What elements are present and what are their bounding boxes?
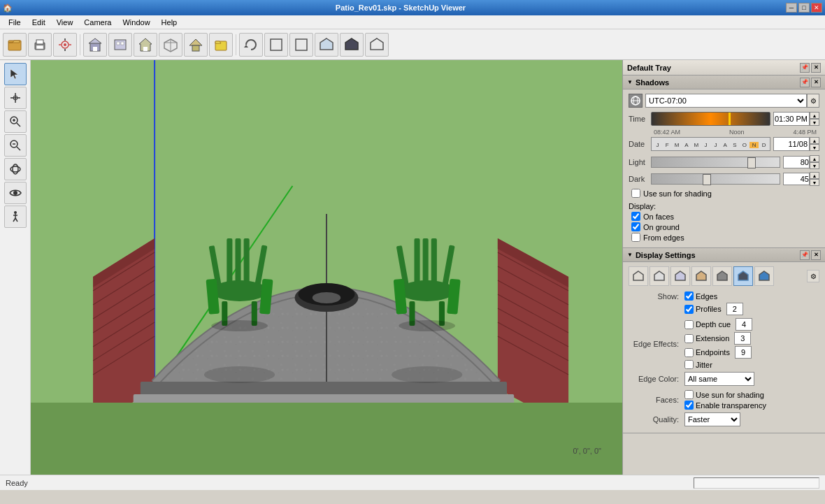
- walk-tool-button[interactable]: [4, 206, 27, 228]
- roof-button[interactable]: [184, 33, 208, 57]
- iso-button[interactable]: [159, 33, 182, 57]
- folder-button[interactable]: [209, 33, 233, 57]
- ds-textured-btn[interactable]: [691, 266, 711, 286]
- ds-close[interactable]: ✕: [811, 250, 821, 260]
- depth-cue-input[interactable]: [736, 318, 752, 331]
- light-input[interactable]: [783, 156, 810, 168]
- ds-monochrome-btn[interactable]: [712, 266, 732, 286]
- viewport[interactable]: 0', 0", 0": [31, 60, 622, 475]
- menu-view[interactable]: View: [51, 17, 79, 28]
- panel-close-button[interactable]: ✕: [811, 63, 821, 73]
- extension-checkbox[interactable]: [684, 334, 694, 343]
- wire-button[interactable]: [365, 33, 389, 57]
- ds-wire-btn[interactable]: [629, 266, 648, 286]
- utc-select[interactable]: UTC-07:00: [645, 94, 807, 108]
- jitter-checkbox[interactable]: [684, 360, 694, 369]
- ds-panel-pin[interactable]: ⚙: [807, 270, 819, 282]
- select-tool-button[interactable]: [4, 63, 27, 85]
- use-sun-checkbox[interactable]: [631, 189, 640, 198]
- profiles-value-input[interactable]: [726, 303, 743, 315]
- light-up-btn[interactable]: ▲: [810, 155, 819, 162]
- svg-marker-119: [717, 271, 727, 280]
- extension-input[interactable]: [734, 332, 751, 345]
- menu-help[interactable]: Help: [156, 17, 183, 28]
- from-edges-label: From edges: [643, 233, 684, 242]
- front-button[interactable]: [108, 33, 132, 57]
- date-down-btn[interactable]: ▼: [810, 144, 819, 151]
- left-toolbar: [0, 60, 31, 475]
- shadows-section: ▼ Shadows 📌 ✕ UTC-07:00 ⚙: [623, 75, 825, 248]
- edges-checkbox[interactable]: [684, 291, 694, 301]
- quality-select[interactable]: Faster Nicest: [684, 412, 740, 426]
- month-s: S: [731, 142, 740, 148]
- menu-file[interactable]: File: [3, 17, 27, 28]
- menu-window[interactable]: Window: [117, 17, 155, 28]
- dark-up-btn[interactable]: ▲: [810, 172, 819, 179]
- building-button[interactable]: [83, 33, 107, 57]
- from-edges-checkbox[interactable]: [631, 233, 640, 242]
- time-input[interactable]: [773, 112, 810, 126]
- camera-button[interactable]: [53, 33, 77, 57]
- shadows-body: UTC-07:00 ⚙ Time ▲ ▼: [623, 89, 825, 247]
- edge-color-select[interactable]: All same By material By axis: [684, 372, 754, 386]
- month-slider[interactable]: J F M A M J J A S O N D: [651, 137, 770, 151]
- use-sun-row: Use sun for shading: [629, 189, 819, 198]
- ds-hidden-btn[interactable]: [650, 266, 669, 286]
- look-tool-button[interactable]: [4, 182, 27, 204]
- maximize-button[interactable]: □: [798, 3, 810, 13]
- svg-rect-97: [431, 238, 437, 284]
- date-input[interactable]: [773, 137, 810, 151]
- close-button[interactable]: ✕: [811, 3, 822, 13]
- dark-down-btn[interactable]: ▼: [810, 179, 819, 186]
- depth-cue-checkbox[interactable]: [684, 320, 694, 329]
- dark-input[interactable]: [783, 173, 810, 185]
- light-slider[interactable]: [651, 157, 780, 168]
- time-down-btn[interactable]: ▼: [810, 119, 819, 126]
- jitter-label: Jitter: [696, 361, 712, 369]
- pan-tool-button[interactable]: [4, 87, 27, 109]
- surface-button[interactable]: [315, 33, 338, 57]
- dark-slider[interactable]: [651, 173, 780, 185]
- box-button[interactable]: [264, 33, 288, 57]
- ds-x-ray-btn[interactable]: [733, 266, 753, 286]
- ds-shaded-btn[interactable]: [670, 266, 690, 286]
- menu-camera[interactable]: Camera: [78, 17, 117, 28]
- time-up-btn[interactable]: ▲: [810, 112, 819, 119]
- ds-color-btn[interactable]: [754, 266, 774, 286]
- month-m1: M: [673, 142, 682, 148]
- home-button[interactable]: [134, 33, 157, 57]
- shadows-header[interactable]: ▼ Shadows 📌 ✕: [623, 75, 825, 89]
- box2-button[interactable]: [289, 33, 313, 57]
- orbit-tool-button[interactable]: [4, 158, 27, 180]
- on-faces-checkbox[interactable]: [631, 212, 640, 221]
- edges-check-container: Edges: [684, 291, 717, 301]
- endpoints-input[interactable]: [735, 346, 752, 359]
- shadows-close[interactable]: ✕: [811, 78, 821, 87]
- endpoints-row: Endpoints: [684, 346, 752, 359]
- zoom-tool-button[interactable]: [4, 110, 27, 133]
- time-slider[interactable]: [651, 112, 770, 126]
- minimize-button[interactable]: ─: [786, 3, 797, 13]
- open-button[interactable]: [3, 33, 27, 57]
- ds-pin[interactable]: 📌: [800, 250, 810, 260]
- menu-edit[interactable]: Edit: [27, 17, 51, 28]
- on-ground-checkbox[interactable]: [631, 222, 640, 231]
- endpoints-checkbox[interactable]: [684, 348, 694, 357]
- date-up-btn[interactable]: ▲: [810, 137, 819, 144]
- svg-marker-22: [189, 39, 202, 45]
- dark-button[interactable]: [340, 33, 364, 57]
- print-button[interactable]: [28, 33, 52, 57]
- enable-transparency-checkbox[interactable]: [684, 401, 694, 410]
- use-sun-shading-checkbox[interactable]: [684, 390, 694, 399]
- zoom-window-tool-button[interactable]: [4, 134, 27, 157]
- month-labels: J F M A M J J A S O N D: [652, 138, 770, 152]
- profiles-checkbox[interactable]: [684, 305, 694, 314]
- light-down-btn[interactable]: ▼: [810, 162, 819, 169]
- shadows-pin[interactable]: 📌: [800, 78, 810, 87]
- pin-button[interactable]: 📌: [800, 63, 810, 73]
- display-settings-header[interactable]: ▼ Display Settings 📌 ✕: [623, 248, 825, 262]
- rotate-button[interactable]: [239, 33, 263, 57]
- time-label: Time: [629, 115, 651, 123]
- svg-marker-115: [633, 271, 643, 280]
- utc-settings-btn[interactable]: ⚙: [807, 94, 819, 108]
